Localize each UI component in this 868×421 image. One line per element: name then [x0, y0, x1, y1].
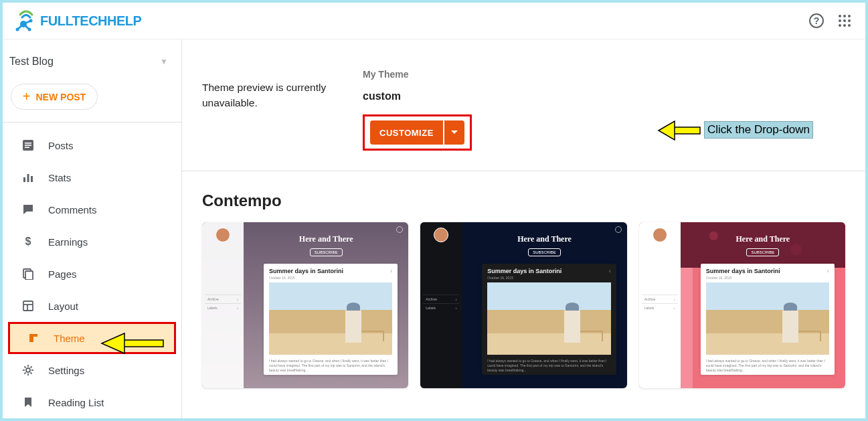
svg-line-25: [24, 366, 25, 367]
main-content: Theme preview is currently unavailable. …: [182, 39, 865, 418]
svg-text:$: $: [25, 236, 31, 247]
annotation-arrow-theme-icon: [100, 331, 165, 355]
layout-icon: [21, 299, 35, 313]
svg-point-20: [26, 368, 30, 372]
card-banner-title: Here and There: [735, 234, 790, 244]
annotation-callout: Click the Drop-down: [704, 121, 813, 139]
gear-icon: [21, 363, 35, 377]
svg-marker-32: [102, 333, 124, 353]
card-banner-title: Here and There: [517, 234, 572, 244]
theme-section-title: Contempo: [182, 171, 865, 222]
sidebar-item-label: Reading List: [48, 397, 104, 408]
my-theme-label: My Theme: [363, 69, 472, 80]
svg-rect-31: [120, 340, 163, 347]
sidebar-item-posts[interactable]: Posts: [3, 129, 181, 161]
sidebar-item-label: Stats: [48, 172, 71, 183]
sidebar-item-pages[interactable]: Pages: [3, 258, 181, 290]
card-banner-title: Here and There: [299, 234, 353, 244]
sidebar-item-label: Comments: [48, 204, 97, 216]
logo-icon: [15, 9, 37, 32]
svg-point-6: [28, 28, 31, 31]
svg-line-26: [31, 373, 32, 374]
sidebar-item-reading-list[interactable]: Reading List: [3, 386, 181, 418]
sidebar-divider: [3, 122, 181, 122]
theme-card-contempo-light[interactable]: Archive› Labels› Here and ThereSUBSCRIBE…: [202, 222, 408, 388]
svg-line-28: [31, 366, 32, 367]
sidebar-item-label: Settings: [48, 365, 84, 376]
card-post-title: Summer days in Santorini: [487, 268, 561, 274]
annotation-arrow-icon: [657, 119, 701, 142]
chevron-down-icon: ▼: [160, 57, 168, 66]
topbar: FULLTECHHELP ?: [3, 3, 865, 39]
customize-button-label: CUSTOMIZE: [379, 128, 434, 138]
sidebar-item-label: Posts: [48, 140, 74, 151]
card-archive-label: Archive: [207, 297, 219, 301]
comments-icon: [21, 203, 35, 216]
customize-annotation-outline: CUSTOMIZE: [363, 114, 472, 151]
theme-card-contempo-pink[interactable]: Archive› Labels› Here and ThereSUBSCRIBE…: [639, 222, 845, 388]
posts-icon: [21, 139, 35, 152]
brand-logo: FULLTECHHELP: [15, 9, 141, 32]
blog-name: Test Blog: [9, 56, 54, 68]
svg-rect-9: [25, 145, 31, 146]
card-archive-label: Archive: [644, 297, 656, 301]
svg-rect-16: [25, 271, 33, 280]
new-post-button[interactable]: + NEW POST: [11, 84, 98, 110]
customize-button[interactable]: CUSTOMIZE: [370, 120, 443, 145]
svg-point-5: [29, 19, 33, 23]
card-archive-label: Archive: [426, 297, 437, 301]
svg-rect-12: [27, 174, 29, 182]
sidebar: Test Blog ▼ + NEW POST Posts: [3, 39, 182, 418]
card-labels-label: Labels: [426, 306, 436, 310]
svg-rect-10: [25, 147, 29, 148]
svg-marker-30: [659, 121, 675, 140]
sidebar-item-label: Earnings: [48, 236, 88, 248]
svg-rect-8: [25, 143, 31, 144]
theme-icon: [27, 331, 40, 345]
my-theme-name: custom: [363, 90, 472, 102]
logo-text: FULLTECHHELP: [40, 13, 141, 29]
sidebar-item-label: Pages: [48, 268, 77, 280]
preview-unavailable-text: Theme preview is currently unavailable.: [202, 80, 363, 111]
sidebar-item-settings[interactable]: Settings: [3, 354, 181, 386]
svg-rect-13: [31, 176, 33, 182]
sidebar-item-layout[interactable]: Layout: [3, 290, 181, 322]
plus-icon: +: [23, 89, 31, 104]
svg-rect-17: [23, 301, 33, 311]
card-post-title: Summer days in Santorini: [706, 268, 780, 274]
sidebar-item-earnings[interactable]: $ Earnings: [3, 226, 181, 258]
sidebar-item-comments[interactable]: Comments: [3, 193, 181, 226]
card-labels-label: Labels: [207, 306, 218, 310]
earnings-icon: $: [21, 235, 35, 248]
svg-line-27: [24, 373, 25, 374]
blog-selector[interactable]: Test Blog ▼: [3, 46, 181, 77]
apps-icon[interactable]: [839, 15, 852, 27]
sidebar-item-label: Theme: [54, 333, 85, 344]
help-icon[interactable]: ?: [809, 13, 824, 28]
svg-rect-11: [23, 177, 25, 182]
bookmark-icon: [21, 396, 35, 409]
sidebar-item-label: Layout: [48, 301, 78, 312]
card-post-title: Summer days in Santorini: [269, 268, 343, 274]
new-post-label: NEW POST: [36, 92, 86, 102]
card-labels-label: Labels: [644, 306, 655, 310]
pages-icon: [21, 267, 35, 280]
customize-dropdown-button[interactable]: [444, 120, 464, 145]
theme-card-contempo-dark[interactable]: Archive› Labels› Here and ThereSUBSCRIBE…: [420, 222, 626, 388]
sidebar-item-stats[interactable]: Stats: [3, 161, 181, 193]
stats-icon: [21, 171, 35, 184]
svg-point-4: [16, 28, 19, 31]
